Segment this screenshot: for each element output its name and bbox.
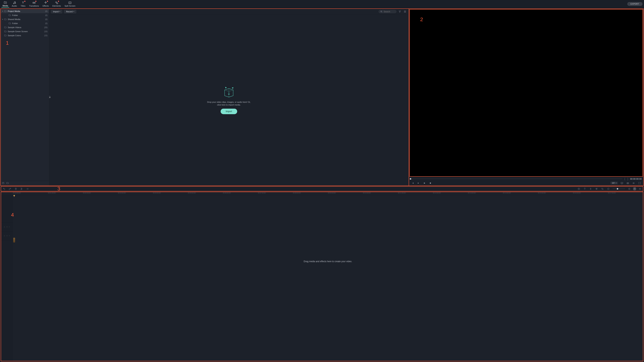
chevron-down-icon: ▾	[60, 11, 60, 12]
scrub-thumb[interactable]	[410, 178, 411, 180]
import-dropdown[interactable]: Import▾	[51, 10, 62, 13]
timeline-toolbar: 3 ⊕	[1, 186, 643, 191]
tab-titles[interactable]: Titles	[20, 1, 26, 7]
tree-row[interactable]: ▾Shared Media(0)	[1, 17, 49, 21]
track-heads	[1, 195, 13, 361]
svg-point-8	[381, 11, 382, 12]
timeline-hint: Drag media and effects here to create yo…	[304, 260, 352, 263]
split-icon[interactable]	[20, 187, 24, 191]
undo-icon[interactable]	[2, 187, 6, 191]
audio-mixer-icon[interactable]	[595, 187, 598, 191]
search-box[interactable]	[378, 10, 396, 13]
media-tree: ▾Project Media(0)Folder(0)▾Shared Media(…	[1, 9, 49, 181]
grid-view-icon[interactable]	[403, 10, 407, 13]
timeline-ruler[interactable]: 00:00:00:0000:01:00:0000:02:00:0000:03:0…	[1, 192, 643, 195]
track-head[interactable]	[1, 195, 13, 223]
tree-row[interactable]: Sample Green Screen(10)	[1, 29, 49, 33]
render-preview-icon[interactable]	[577, 187, 581, 191]
fullscreen-icon[interactable]	[638, 181, 642, 185]
tab-split-screen[interactable]: Split Screen	[64, 1, 76, 7]
mark-out-icon[interactable]: }	[627, 177, 629, 180]
display-icon[interactable]	[620, 181, 624, 185]
new-bin-icon[interactable]	[2, 182, 4, 184]
tree-item-count: (15)	[44, 34, 48, 36]
play-icon[interactable]	[423, 181, 426, 185]
sidebar-footer	[1, 181, 49, 186]
filter-icon[interactable]	[398, 10, 402, 13]
tree-item-label: Sample Green Screen	[8, 30, 44, 32]
search-input[interactable]	[384, 10, 395, 13]
upper-workspace: 1 ▾Project Media(0)Folder(0)▾Shared Medi…	[0, 8, 644, 186]
track-area[interactable]: Drag media and effects here to create yo…	[13, 195, 643, 361]
edit-tools-icon[interactable]	[26, 187, 30, 191]
scrub-track[interactable]	[410, 179, 622, 179]
tree-row[interactable]: Folder(0)	[1, 21, 49, 25]
zoom-fit-icon[interactable]: ⊕	[633, 188, 636, 190]
drop-art-icon	[222, 86, 236, 98]
playhead[interactable]	[13, 195, 15, 197]
timecode: 00:00:00:00	[630, 178, 642, 180]
mark-in-icon[interactable]: {	[624, 177, 626, 180]
tree-row[interactable]: Sample Videos(20)	[1, 25, 49, 29]
tree-row[interactable]: Sample Colors(15)	[1, 33, 49, 37]
media-drop-zone[interactable]: Drop your video clips, images, or audio …	[49, 14, 409, 186]
lock-icon[interactable]	[4, 235, 5, 237]
tab-effects[interactable]: Effects	[42, 1, 50, 7]
folder-icon	[4, 26, 6, 29]
tree-row[interactable]: Folder(0)	[1, 13, 49, 17]
annotation-3: 3	[58, 186, 60, 192]
tab-label: Audio	[12, 5, 17, 7]
tab-audio[interactable]: Audio	[11, 1, 18, 7]
voiceover-icon[interactable]	[589, 187, 592, 191]
tree-row[interactable]: ▾Project Media(0)	[1, 9, 49, 13]
track-manage-icon[interactable]	[638, 187, 642, 191]
snapshot-icon[interactable]	[626, 181, 630, 185]
eye-icon[interactable]	[6, 235, 8, 237]
tree-item-count: (0)	[45, 18, 48, 20]
tree-item-label: Folder	[12, 22, 45, 24]
text-t-icon	[21, 1, 25, 4]
export-button[interactable]: EXPORT	[627, 2, 642, 6]
media-sidebar: ▾Project Media(0)Folder(0)▾Shared Media(…	[1, 9, 49, 186]
redo-icon[interactable]	[8, 187, 12, 191]
delete-icon[interactable]	[14, 187, 18, 191]
scrub-row: { } 00:00:00:00	[409, 177, 643, 181]
svg-point-20	[596, 189, 597, 189]
transitions-icon	[32, 1, 36, 4]
media-toolbar: Import▾ Record▾	[49, 9, 409, 14]
zoom-in-icon[interactable]	[628, 187, 631, 191]
new-folder-icon[interactable]	[6, 182, 9, 184]
import-button[interactable]: Import	[220, 109, 237, 114]
tab-elements[interactable]: Elements	[51, 1, 62, 7]
mute-icon[interactable]	[9, 226, 10, 228]
tab-transitions[interactable]: Transitions	[28, 1, 40, 7]
timeline-zoom-slider[interactable]	[612, 188, 625, 189]
volume-icon[interactable]	[632, 181, 636, 185]
clip-stub[interactable]	[13, 238, 15, 243]
disclosure-arrow-icon[interactable]: ▾	[2, 18, 4, 20]
chevron-down-icon: ▾	[74, 11, 74, 12]
tree-item-count: (10)	[44, 30, 48, 32]
marker-icon[interactable]	[583, 187, 586, 191]
svg-point-19	[596, 188, 596, 189]
mute-icon[interactable]	[9, 235, 10, 237]
eye-icon[interactable]	[6, 226, 8, 228]
lock-icon[interactable]	[4, 226, 5, 228]
step-back-icon[interactable]	[411, 181, 414, 185]
step-forward-icon[interactable]	[417, 181, 420, 185]
zoom-slider-thumb[interactable]	[617, 188, 618, 190]
zoom-out-icon[interactable]	[606, 187, 610, 191]
preview-zoom-select[interactable]: 1/2▾	[610, 182, 618, 184]
track-head[interactable]	[1, 232, 13, 240]
disclosure-arrow-icon[interactable]: ▾	[2, 10, 4, 12]
preview-canvas[interactable]: 2	[410, 9, 643, 177]
stop-icon[interactable]	[428, 181, 432, 185]
svg-rect-5	[57, 3, 58, 4]
record-dropdown[interactable]: Record▾	[64, 10, 76, 13]
tab-media[interactable]: Media	[2, 0, 9, 7]
crop-icon[interactable]	[600, 187, 604, 191]
sidebar-collapse-handle[interactable]: ◀	[49, 96, 50, 98]
track-head[interactable]	[1, 223, 13, 232]
ruler-tick: 00:11:00:00	[398, 192, 433, 195]
svg-rect-2	[33, 2, 34, 3]
